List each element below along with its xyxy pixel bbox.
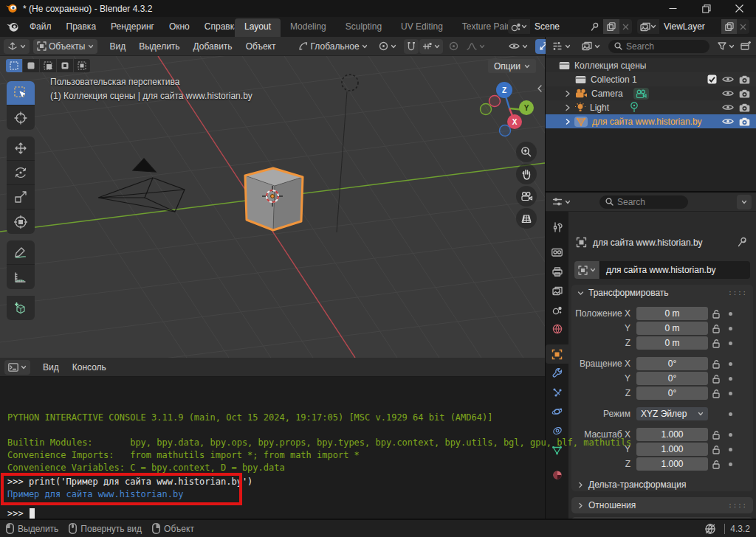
location-z-field[interactable]: 0 m <box>636 336 708 350</box>
remove-viewlayer-button[interactable] <box>737 19 749 34</box>
gizmo-minus-z[interactable] <box>500 125 511 136</box>
proportional-edit-toggle[interactable] <box>447 39 461 54</box>
tool-rotate[interactable] <box>7 161 35 185</box>
menu-render[interactable]: Рендеринг <box>103 17 162 37</box>
hide-eye-icon[interactable] <box>722 103 734 111</box>
select-intersect-button[interactable] <box>74 59 90 72</box>
lock-open-icon[interactable] <box>712 324 721 333</box>
lock-open-icon[interactable] <box>712 359 721 369</box>
menu-file[interactable]: Файл <box>22 17 59 37</box>
lock-open-icon[interactable] <box>712 309 721 319</box>
snap-settings-button[interactable] <box>419 39 443 54</box>
checkbox-icon[interactable] <box>707 75 717 84</box>
viewport-canvas[interactable]: Пользовательская перспектива (1) Коллекц… <box>0 56 545 358</box>
outliner-filter-button[interactable] <box>714 39 738 54</box>
tool-add-cube[interactable] <box>7 296 35 320</box>
lock-open-icon[interactable] <box>712 339 721 348</box>
tab-modeling[interactable]: Modeling <box>281 18 336 37</box>
options-button[interactable]: Опции <box>488 59 536 73</box>
tool-transform[interactable] <box>7 209 35 234</box>
console-view-menu[interactable]: Вид <box>36 362 66 373</box>
minimize-button[interactable] <box>656 0 690 17</box>
expand-chevron-icon[interactable] <box>565 118 571 125</box>
relations-section[interactable]: Отношения :::: <box>571 497 753 513</box>
scale-y-field[interactable]: 1.000 <box>636 443 708 456</box>
gizmo-minus-x[interactable] <box>489 96 501 107</box>
properties-search[interactable]: Search <box>599 195 688 209</box>
rotation-y-field[interactable]: 0° <box>636 372 708 385</box>
select-set-button[interactable] <box>6 59 22 72</box>
light-object[interactable] <box>337 75 358 232</box>
snap-toggle[interactable] <box>404 39 419 54</box>
pin-icon[interactable] <box>738 237 747 247</box>
lock-open-icon[interactable] <box>712 430 721 440</box>
tab-render[interactable] <box>546 243 568 262</box>
zoom-view-button[interactable] <box>516 142 537 162</box>
tool-scale[interactable] <box>7 185 35 209</box>
hide-eye-icon[interactable] <box>722 75 734 83</box>
animate-dot[interactable] <box>729 342 732 345</box>
outliner-empty-area[interactable] <box>546 128 756 191</box>
select-subtract-button[interactable] <box>40 59 56 72</box>
add-menu[interactable]: Добавить <box>187 41 239 52</box>
pin-icon[interactable] <box>591 22 599 31</box>
animate-dot[interactable] <box>729 392 732 395</box>
animate-dot[interactable] <box>729 433 732 437</box>
tool-annotate[interactable] <box>7 240 35 265</box>
animate-dot[interactable] <box>729 377 732 381</box>
console-console-menu[interactable]: Консоль <box>66 362 113 373</box>
tab-modifiers[interactable] <box>546 364 568 383</box>
location-y-field[interactable]: 0 m <box>636 322 708 335</box>
visibility-dropdown[interactable] <box>505 39 532 54</box>
object-id-dropdown[interactable] <box>574 261 599 279</box>
location-x-field[interactable]: 0 m <box>636 307 708 320</box>
transform-panel-header[interactable]: Трансформировать :::: <box>571 285 753 301</box>
expand-chevron-icon[interactable] <box>565 90 571 97</box>
pivot-point-button[interactable] <box>375 39 400 54</box>
close-button[interactable] <box>723 0 756 17</box>
animate-dot[interactable] <box>729 448 732 451</box>
tab-uv-editing[interactable]: UV Editing <box>391 18 453 37</box>
render-visibility-icon[interactable] <box>739 103 750 112</box>
gizmo-minus-y[interactable] <box>481 104 492 115</box>
rotation-z-field[interactable]: 0° <box>636 387 708 400</box>
tool-select-box[interactable] <box>7 81 35 105</box>
select-invert-button[interactable] <box>57 59 73 72</box>
tab-sculpting[interactable]: Sculpting <box>336 18 391 37</box>
tab-material[interactable] <box>546 465 568 485</box>
tab-world[interactable] <box>546 319 568 339</box>
tool-cursor[interactable] <box>7 105 35 130</box>
animate-dot[interactable] <box>729 327 732 330</box>
pan-view-button[interactable] <box>516 164 537 184</box>
lock-open-icon[interactable] <box>712 460 721 469</box>
object-name-input[interactable]: для сайта www.historian.by <box>599 261 750 279</box>
rotation-x-field[interactable]: 0° <box>636 357 708 370</box>
tab-tool[interactable] <box>546 218 568 237</box>
camera-view-button[interactable] <box>516 186 537 207</box>
hide-eye-icon[interactable] <box>722 117 734 125</box>
tab-output[interactable] <box>546 262 568 281</box>
new-scene-button[interactable] <box>603 19 619 34</box>
properties-type-button[interactable] <box>549 195 574 209</box>
outliner-display-mode-button[interactable] <box>578 39 604 54</box>
outliner-type-button[interactable] <box>549 39 574 54</box>
menu-edit[interactable]: Правка <box>59 17 104 37</box>
mode-selector[interactable]: Объекты <box>33 39 97 54</box>
outliner-search[interactable]: Search <box>608 40 709 53</box>
tab-scene[interactable] <box>546 300 568 319</box>
outliner-row-active-object[interactable]: для сайта www.historian.by <box>546 114 756 128</box>
select-menu[interactable]: Выделить <box>132 41 186 52</box>
object-menu[interactable]: Объект <box>239 41 283 52</box>
lock-open-icon[interactable] <box>712 389 721 398</box>
animate-dot[interactable] <box>729 312 732 316</box>
sidebar-collapse-icon[interactable] <box>537 84 543 93</box>
new-viewlayer-button[interactable] <box>721 19 737 34</box>
animate-dot[interactable] <box>729 362 732 366</box>
console-type-button[interactable] <box>4 360 30 375</box>
outliner-row-camera[interactable]: Camera <box>546 86 756 100</box>
tab-particles[interactable] <box>546 383 568 402</box>
animate-dot[interactable] <box>729 412 732 416</box>
new-collection-button[interactable] <box>738 39 753 54</box>
collections-section[interactable]: Коллекции :::: <box>571 517 753 519</box>
unlink-scene-button[interactable] <box>619 19 632 34</box>
